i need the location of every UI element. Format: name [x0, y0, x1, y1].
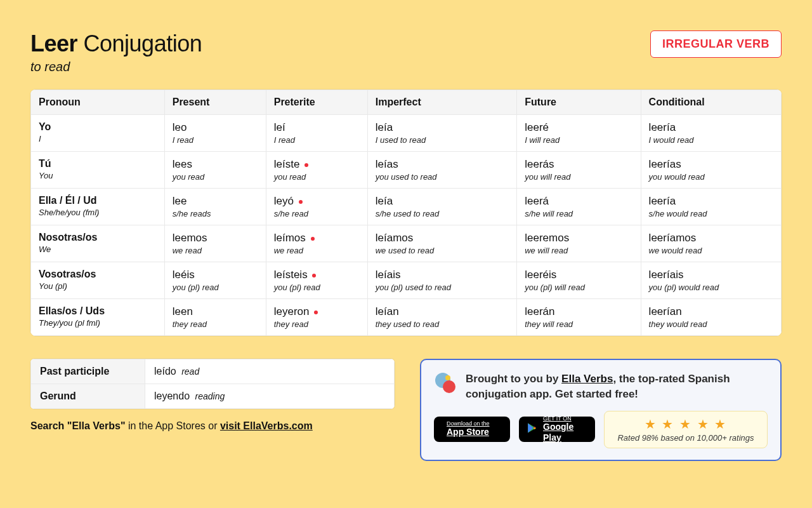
conjugation-cell: leía I used to read	[367, 115, 517, 152]
conjugation-cell: leeremos we will read	[517, 225, 641, 262]
promo-text: Brought to you by Ella Verbs, the top-ra…	[466, 371, 768, 402]
conjugation-cell: leeríamos we would read	[641, 225, 781, 262]
promo-box: Brought to you by Ella Verbs, the top-ra…	[420, 359, 782, 461]
table-row: Vosotras/osYou (pl)leéis you (pl) readle…	[31, 262, 782, 299]
column-header: Pronoun	[31, 90, 165, 115]
conjugation-table: PronounPresentPreteriteImperfectFutureCo…	[30, 90, 782, 336]
title-rest: Conjugation	[84, 30, 202, 57]
irregular-dot-icon	[312, 274, 316, 277]
pronoun-cell: Ella / Él / UdShe/he/you (fml)	[31, 189, 165, 225]
pronoun-cell: YoI	[31, 115, 165, 152]
irregular-badge: IRREGULAR VERB	[650, 30, 782, 58]
column-header: Future	[517, 90, 641, 115]
title-verb: Leer	[30, 30, 77, 57]
column-header: Imperfect	[367, 90, 517, 115]
svg-marker-1	[528, 424, 533, 433]
conjugation-cell: leemos we read	[164, 225, 266, 262]
table-row: Nosotras/osWeleemos we readleímos we rea…	[31, 225, 782, 262]
conjugation-cell: leeréis you (pl) will read	[517, 262, 641, 299]
visit-ellaverbs-link[interactable]: visit EllaVerbs.com	[220, 420, 313, 431]
play-icon	[527, 422, 538, 436]
column-header: Conditional	[641, 90, 781, 115]
conjugation-cell: leeríais you (pl) would read	[641, 262, 781, 299]
search-note: Search "Ella Verbs" in the App Stores or…	[30, 420, 395, 432]
conjugation-cell: lee s/he reads	[164, 189, 266, 225]
irregular-dot-icon	[299, 200, 303, 204]
gerund-label: Gerund	[31, 384, 145, 409]
conjugation-cell: leerán they will read	[517, 299, 641, 336]
conjugation-cell: leéis you (pl) read	[164, 262, 266, 299]
conjugation-cell: leería s/he would read	[641, 189, 781, 225]
conjugation-cell: leían they used to read	[367, 299, 517, 336]
irregular-dot-icon	[311, 237, 315, 241]
conjugation-cell: leías you used to read	[367, 152, 517, 189]
table-row: Ella / Él / UdShe/he/you (fml)lee s/he r…	[31, 189, 782, 225]
conjugation-cell: leí I read	[266, 115, 367, 152]
column-header: Preterite	[266, 90, 367, 115]
star-icons: ★ ★ ★ ★ ★	[613, 417, 758, 432]
pronoun-cell: Vosotras/osYou (pl)	[31, 262, 165, 299]
ella-verbs-icon	[434, 371, 457, 394]
past-participle-label: Past participle	[31, 359, 145, 384]
pronoun-cell: Ellas/os / UdsThey/you (pl fml)	[31, 299, 165, 336]
conjugation-cell: leerás you will read	[517, 152, 641, 189]
conjugation-cell: leía s/he used to read	[367, 189, 517, 225]
ella-verbs-link[interactable]: Ella Verbs	[561, 373, 613, 385]
conjugation-cell: leen they read	[164, 299, 266, 336]
rating-box: ★ ★ ★ ★ ★ Rated 98% based on 10,000+ rat…	[604, 411, 768, 448]
conjugation-cell: leerías you would read	[641, 152, 781, 189]
table-row: TúYoulees you readleíste you readleías y…	[31, 152, 782, 189]
past-participle-value: leído read	[145, 359, 395, 384]
irregular-dot-icon	[314, 311, 318, 314]
conjugation-cell: leerían they would read	[641, 299, 781, 336]
conjugation-cell: leíamos we used to read	[367, 225, 517, 262]
verb-forms-table: Past participle leído read Gerund leyend…	[30, 359, 395, 409]
conjugation-cell: leímos we read	[266, 225, 367, 262]
table-row: Ellas/os / UdsThey/you (pl fml)leen they…	[31, 299, 782, 336]
conjugation-cell: leísteis you (pl) read	[266, 262, 367, 299]
conjugation-cell: leeré I will read	[517, 115, 641, 152]
column-header: Present	[164, 90, 266, 115]
gerund-value: leyendo reading	[145, 384, 395, 409]
conjugation-cell: lees you read	[164, 152, 266, 189]
irregular-dot-icon	[304, 163, 308, 167]
conjugation-cell: leyó s/he read	[266, 189, 367, 225]
table-row: YoIleo I readleí I readleía I used to re…	[31, 115, 782, 152]
google-play-button[interactable]: GET IT ON Google Play	[519, 417, 595, 442]
conjugation-cell: leíais you (pl) used to read	[367, 262, 517, 299]
pronoun-cell: TúYou	[31, 152, 165, 189]
page-title: Leer Conjugation	[30, 30, 202, 57]
conjugation-cell: leo I read	[164, 115, 266, 152]
conjugation-cell: leíste you read	[266, 152, 367, 189]
conjugation-cell: leyeron they read	[266, 299, 367, 336]
conjugation-cell: leerá s/he will read	[517, 189, 641, 225]
conjugation-cell: leería I would read	[641, 115, 781, 152]
app-store-button[interactable]: Download on the App Store	[434, 417, 510, 442]
pronoun-cell: Nosotras/osWe	[31, 225, 165, 262]
subtitle: to read	[30, 60, 202, 74]
